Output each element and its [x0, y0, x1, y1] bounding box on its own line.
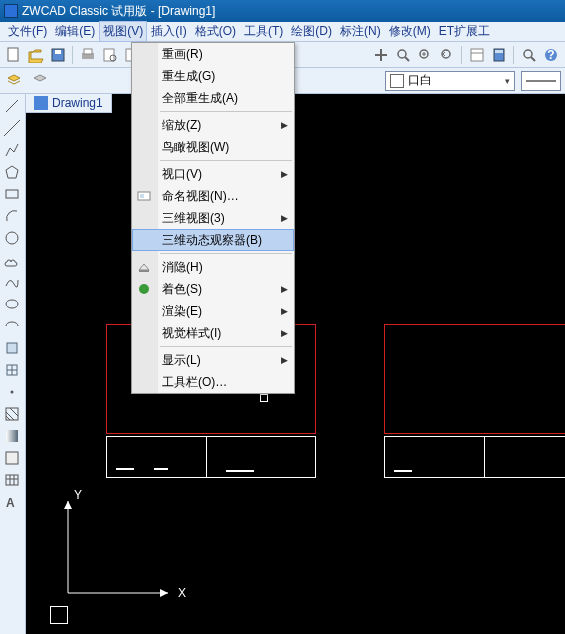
menu-insert[interactable]: 插入(I) [147, 21, 190, 42]
menubar: 文件(F) 编辑(E) 视图(V) 插入(I) 格式(O) 工具(T) 绘图(D… [0, 22, 565, 42]
svg-rect-4 [84, 49, 92, 54]
separator [72, 46, 74, 64]
save-icon[interactable] [48, 45, 68, 65]
line-icon[interactable] [2, 96, 22, 116]
drawing-object [394, 470, 412, 472]
properties-icon[interactable] [467, 45, 487, 65]
drawing-object [384, 324, 565, 434]
separator [461, 46, 463, 64]
menu-draw[interactable]: 绘图(D) [287, 21, 336, 42]
circle-icon[interactable] [2, 228, 22, 248]
menu-item[interactable]: 消隐(H) [132, 256, 294, 278]
menu-item-label: 重生成(G) [162, 68, 215, 85]
ellipse-icon[interactable] [2, 294, 22, 314]
calculator-icon[interactable] [489, 45, 509, 65]
drawing-object [226, 470, 254, 472]
zoom-previous-icon[interactable] [437, 45, 457, 65]
titlebar: ZWCAD Classic 试用版 - [Drawing1] [0, 0, 565, 22]
menu-item[interactable]: 显示(L)▶ [132, 349, 294, 371]
ucs-axis: X Y [58, 493, 198, 616]
menu-item[interactable]: 鸟瞰视图(W) [132, 136, 294, 158]
gradient-icon[interactable] [2, 426, 22, 446]
svg-rect-43 [6, 475, 18, 485]
make-block-icon[interactable] [2, 360, 22, 380]
chevron-right-icon: ▶ [281, 306, 288, 316]
print-icon[interactable] [78, 45, 98, 65]
canvas-area: Drawing1 X [26, 94, 565, 634]
mtext-icon[interactable]: A [2, 492, 22, 512]
polygon-icon[interactable] [2, 162, 22, 182]
chevron-right-icon: ▶ [281, 169, 288, 179]
zoom-window-icon[interactable] [415, 45, 435, 65]
spline-icon[interactable] [2, 272, 22, 292]
document-tab[interactable]: Drawing1 [26, 94, 112, 113]
menu-item[interactable]: 视觉样式(I)▶ [132, 322, 294, 344]
menu-item[interactable]: 渲染(E)▶ [132, 300, 294, 322]
menu-item-label: 工具栏(O)… [162, 374, 227, 391]
menu-dimension[interactable]: 标注(N) [336, 21, 385, 42]
menu-format[interactable]: 格式(O) [191, 21, 240, 42]
drawing-object [484, 436, 485, 478]
menu-item[interactable]: 三维动态观察器(B) [132, 229, 294, 251]
linetype-dropdown[interactable] [521, 71, 561, 91]
menu-item[interactable]: 着色(S)▶ [132, 278, 294, 300]
menu-item[interactable]: 视口(V)▶ [132, 163, 294, 185]
open-icon[interactable] [26, 45, 46, 65]
chevron-right-icon: ▶ [281, 120, 288, 130]
menu-item[interactable]: 全部重生成(A) [132, 87, 294, 109]
help-icon[interactable]: ? [541, 45, 561, 65]
chevron-right-icon: ▶ [281, 284, 288, 294]
drawing-canvas[interactable]: X Y [26, 114, 565, 634]
zoom-extents-icon[interactable] [519, 45, 539, 65]
svg-rect-0 [8, 48, 18, 61]
color-dropdown[interactable]: 口白 ▾ [385, 71, 515, 91]
menu-item-label: 消隐(H) [162, 259, 203, 276]
rectangle-icon[interactable] [2, 184, 22, 204]
svg-line-38 [6, 412, 14, 420]
svg-point-21 [524, 50, 532, 58]
menu-item-label: 视觉样式(I) [162, 325, 221, 342]
table-icon[interactable] [2, 470, 22, 490]
menu-view[interactable]: 视图(V) [99, 21, 147, 42]
layer-off-icon[interactable] [30, 71, 50, 91]
menu-et-ext[interactable]: ET扩展工 [435, 21, 494, 42]
svg-rect-54 [139, 270, 149, 272]
chevron-down-icon: ▾ [505, 76, 510, 86]
arc-icon[interactable] [2, 206, 22, 226]
svg-rect-29 [6, 190, 18, 198]
print-preview-icon[interactable] [100, 45, 120, 65]
polyline-icon[interactable] [2, 140, 22, 160]
svg-rect-32 [7, 343, 17, 353]
pan-icon[interactable] [371, 45, 391, 65]
document-tab-label: Drawing1 [52, 96, 103, 110]
menu-separator [160, 253, 292, 254]
point-icon[interactable] [2, 382, 22, 402]
region-icon[interactable] [2, 448, 22, 468]
menu-tools[interactable]: 工具(T) [240, 21, 287, 42]
menu-edit[interactable]: 编辑(E) [51, 21, 99, 42]
drawing-object [154, 468, 168, 470]
insert-block-icon[interactable] [2, 338, 22, 358]
menu-item[interactable]: 重生成(G) [132, 65, 294, 87]
menu-item-label: 视口(V) [162, 166, 202, 183]
svg-line-27 [4, 120, 20, 136]
menu-item[interactable]: 命名视图(N)… [132, 185, 294, 207]
menu-modify[interactable]: 修改(M) [385, 21, 435, 42]
menu-item[interactable]: 重画(R) [132, 43, 294, 65]
hatch-icon[interactable] [2, 404, 22, 424]
layer-icon[interactable] [4, 71, 24, 91]
svg-rect-2 [55, 50, 61, 54]
xline-icon[interactable] [2, 118, 22, 138]
ellipse-arc-icon[interactable] [2, 316, 22, 336]
revision-cloud-icon[interactable] [2, 250, 22, 270]
menu-item[interactable]: 缩放(Z)▶ [132, 114, 294, 136]
new-icon[interactable] [4, 45, 24, 65]
menu-item-label: 着色(S) [162, 281, 202, 298]
color-swatch [390, 74, 404, 88]
svg-line-12 [405, 57, 409, 61]
drawing-object [106, 436, 316, 478]
menu-item[interactable]: 三维视图(3)▶ [132, 207, 294, 229]
zoom-realtime-icon[interactable] [393, 45, 413, 65]
menu-item[interactable]: 工具栏(O)… [132, 371, 294, 393]
menu-file[interactable]: 文件(F) [4, 21, 51, 42]
